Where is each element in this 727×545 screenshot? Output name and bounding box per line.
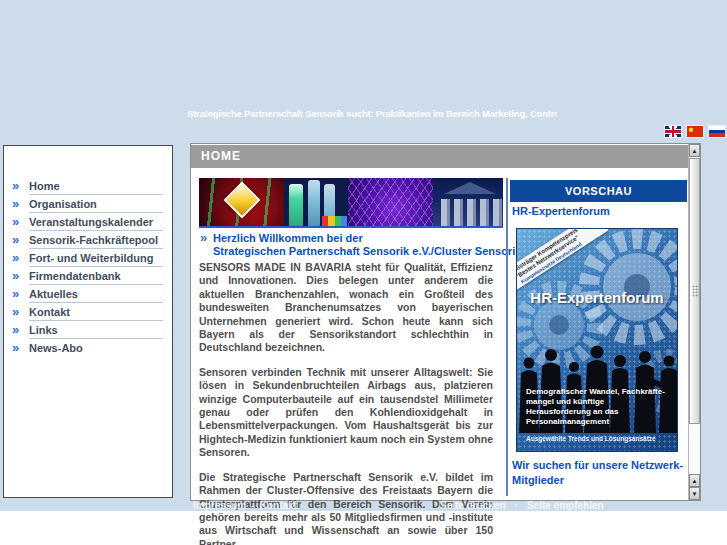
footer-right: Seite drucken · Seite empfehlen xyxy=(440,500,604,511)
poster-subtitle: Demografischer Wandel, Fachkräfte-mangel… xyxy=(526,387,671,427)
footer-separator: · xyxy=(515,500,518,511)
banner-segment-building xyxy=(433,178,503,226)
sidebar-item[interactable]: » News-Abo xyxy=(4,339,172,357)
scrollbar-thumb[interactable] xyxy=(689,158,700,424)
vial-green xyxy=(289,184,303,226)
vertical-scrollbar[interactable]: ▲ ▲ ▼ xyxy=(688,144,700,500)
sidebar-item-label: Veranstaltungskalender xyxy=(29,216,153,228)
sidebar-item-label: Organisation xyxy=(29,198,97,210)
sidebar-item[interactable]: » Kontakt xyxy=(4,303,172,321)
sidebar-item[interactable]: » Sensorik-Fachkräftepool xyxy=(4,231,172,249)
sidebar-item-label: Kontakt xyxy=(29,306,70,318)
sidebar-item[interactable]: » Fort- und Weiterbildung xyxy=(4,249,172,267)
sidebar-item-label: Firmendatenbank xyxy=(29,270,121,282)
banner-segment-vials xyxy=(284,178,348,226)
paragraph-sensoren-alltagswelt: Sensoren verbinden Technik mit unserer A… xyxy=(199,366,493,460)
scroll-down-button[interactable]: ▼ xyxy=(689,487,700,500)
footer-separator: - xyxy=(251,500,254,511)
sidebar-item-label: News-Abo xyxy=(29,342,83,354)
sidebar: » Home » Organisation » Veranstaltungska… xyxy=(3,145,173,498)
chevron-right-icon: » xyxy=(12,303,19,321)
sidebar-item[interactable]: » Veranstaltungskalender xyxy=(4,213,172,231)
russian-flag-icon[interactable] xyxy=(709,126,725,137)
sidebar-nav: » Home » Organisation » Veranstaltungska… xyxy=(4,177,172,357)
chevron-right-icon: » xyxy=(12,213,19,231)
sidebar-item[interactable]: » Links xyxy=(4,321,172,339)
sidebar-item-label: Links xyxy=(29,324,58,336)
kontakt-link[interactable]: Kontakt xyxy=(260,500,297,511)
chevron-right-icon: » xyxy=(12,177,19,195)
building-gable xyxy=(444,182,496,194)
chevron-right-icon: » xyxy=(12,321,19,339)
poster-title: HR-Expertenforum xyxy=(517,289,677,306)
scroll-up-button-bottom[interactable]: ▲ xyxy=(689,474,700,487)
print-page-link[interactable]: Seite drucken xyxy=(440,500,506,511)
scroll-up-button[interactable]: ▲ xyxy=(689,144,700,157)
poster-tagline: Ausgewählte Trends und Lösungsansätze xyxy=(526,435,671,442)
netzwerk-mitglieder-link[interactable]: Wir suchen für unsere Netzwerk-Mitgliede… xyxy=(512,458,688,488)
chevron-right-icon: » xyxy=(12,339,19,357)
chinese-flag-icon[interactable] xyxy=(687,126,703,137)
preview-header: VORSCHAU xyxy=(510,180,687,202)
news-ticker: Strategische Partnerschaft Sensorik such… xyxy=(187,108,557,119)
chevron-right-icon: » xyxy=(12,249,19,267)
chevron-right-icon: » xyxy=(12,285,19,303)
welcome-heading: » Herzlich Willkommen bei der Strategisc… xyxy=(199,232,521,258)
footer-left: Impressum - Kontakt xyxy=(193,500,297,511)
sidebar-item[interactable]: » Organisation xyxy=(4,195,172,213)
chevron-right-icon: » xyxy=(12,267,19,285)
chevron-right-icon: » xyxy=(12,231,19,249)
welcome-line2[interactable]: Strategischen Partnerschaft Sensorik e.V… xyxy=(199,245,521,258)
banner-image xyxy=(199,178,503,228)
hr-expertenforum-link[interactable]: HR-Expertenforum xyxy=(512,205,610,217)
english-flag-icon[interactable] xyxy=(665,126,681,137)
banner-segment-wireframe xyxy=(348,178,433,226)
sidebar-item-label: Aktuelles xyxy=(29,288,78,300)
welcome-line1: Herzlich Willkommen bei der xyxy=(199,232,521,245)
impressum-link[interactable]: Impressum xyxy=(193,500,246,511)
hr-expertenforum-poster[interactable]: HR-Expertenforum Preisträger Kompetenzpr… xyxy=(516,228,678,452)
building-pillars xyxy=(441,199,503,226)
banner-segment-sensor-chip xyxy=(199,178,284,226)
scroll-up-icon: ▲ xyxy=(692,478,698,484)
column-divider xyxy=(506,178,508,496)
sidebar-item-label: Fort- und Weiterbildung xyxy=(29,252,153,264)
color-cubes xyxy=(322,216,346,226)
page: Strategische Partnerschaft Sensorik such… xyxy=(0,0,727,545)
chevron-right-icon: » xyxy=(12,195,19,213)
page-title: HOME xyxy=(191,145,688,168)
recommend-page-link[interactable]: Seite empfehlen xyxy=(527,500,604,511)
wireframe-mesh xyxy=(348,178,433,226)
paragraph-sensors-made-in-bavaria: SENSORS MADE IN BAVARIA steht für Qualit… xyxy=(199,261,493,355)
sidebar-item[interactable]: » Aktuelles xyxy=(4,285,172,303)
sidebar-item[interactable]: » Firmendatenbank xyxy=(4,267,172,285)
sidebar-item-label: Home xyxy=(29,180,60,192)
sidebar-item-label: Sensorik-Fachkräftepool xyxy=(29,234,158,246)
vial-blue xyxy=(308,180,319,226)
sidebar-item[interactable]: » Home xyxy=(4,177,172,195)
scroll-down-icon: ▼ xyxy=(692,491,698,497)
chevron-right-icon: » xyxy=(200,231,207,244)
scroll-up-icon: ▲ xyxy=(692,148,698,154)
content-panel: HOME » Herzlich Willkommen bei der xyxy=(190,143,701,501)
language-switcher xyxy=(665,126,725,137)
